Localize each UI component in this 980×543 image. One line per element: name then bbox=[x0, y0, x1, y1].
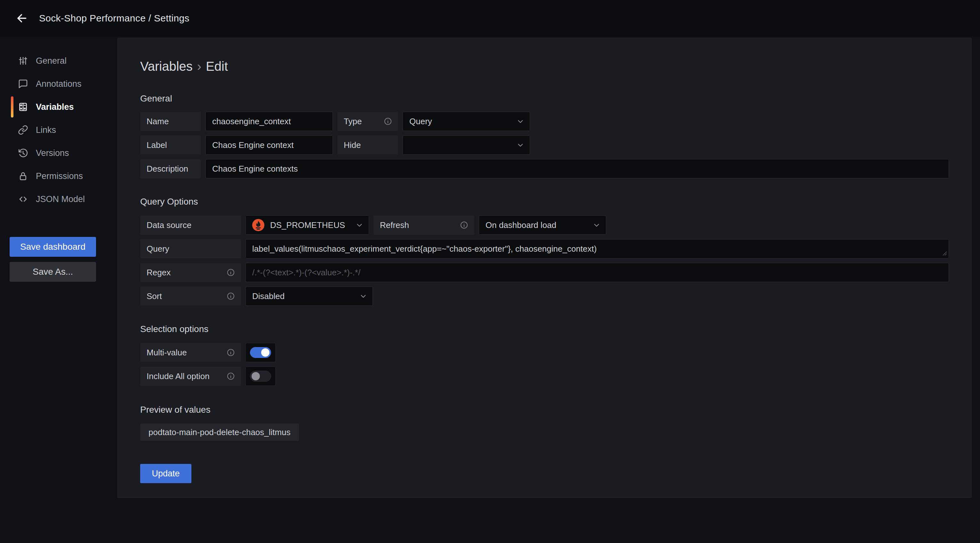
update-button[interactable]: Update bbox=[140, 464, 191, 483]
query-label: Query bbox=[140, 239, 241, 258]
settings-nav: General Annotations Variables Links bbox=[0, 49, 118, 211]
back-button[interactable] bbox=[12, 9, 31, 28]
datasource-label: Data source bbox=[140, 215, 241, 235]
active-indicator bbox=[11, 96, 13, 118]
sidebar-item-label: General bbox=[36, 56, 67, 66]
query-options-heading: Query Options bbox=[140, 196, 949, 207]
description-row: Description bbox=[140, 159, 949, 178]
breadcrumb-section: Variables bbox=[140, 59, 192, 73]
name-type-row: Name Type Query bbox=[140, 112, 949, 131]
toggle-knob bbox=[251, 372, 260, 381]
multi-value-label: Multi-value bbox=[140, 343, 241, 362]
comment-icon bbox=[18, 78, 29, 89]
sort-select[interactable]: Disabled bbox=[245, 287, 373, 306]
link-icon bbox=[18, 124, 29, 135]
sidebar-item-json-model[interactable]: JSON Model bbox=[0, 188, 118, 211]
label-label: Label bbox=[140, 135, 201, 154]
sidebar-actions: Save dashboard Save As... bbox=[10, 237, 118, 282]
chevron-down-icon bbox=[516, 117, 525, 126]
save-dashboard-button[interactable]: Save dashboard bbox=[10, 237, 96, 257]
refresh-label: Refresh bbox=[374, 215, 474, 235]
breadcrumb-separator-icon: › bbox=[197, 59, 201, 73]
sliders-icon bbox=[18, 56, 29, 66]
selection-options-heading: Selection options bbox=[140, 324, 949, 334]
include-all-label: Include All option bbox=[140, 366, 241, 386]
sidebar-item-links[interactable]: Links bbox=[0, 118, 118, 142]
toggle-knob bbox=[261, 348, 269, 357]
query-input[interactable]: label_values(litmuschaos_experiment_verd… bbox=[245, 239, 949, 258]
sidebar-item-label: Links bbox=[36, 125, 56, 135]
sidebar-item-annotations[interactable]: Annotations bbox=[0, 72, 118, 96]
info-icon[interactable] bbox=[226, 372, 235, 381]
toggle-switch bbox=[250, 347, 271, 358]
sidebar-item-permissions[interactable]: Permissions bbox=[0, 164, 118, 188]
info-icon[interactable] bbox=[383, 117, 392, 126]
sidebar-item-variables[interactable]: Variables bbox=[0, 96, 118, 118]
include-all-row: Include All option bbox=[140, 366, 949, 386]
breadcrumb: Variables›Edit bbox=[140, 59, 949, 74]
sort-row: Sort Disabled bbox=[140, 287, 949, 306]
info-icon[interactable] bbox=[460, 221, 469, 229]
lock-icon bbox=[18, 170, 29, 182]
description-label: Description bbox=[140, 159, 201, 178]
label-input[interactable] bbox=[205, 135, 333, 154]
description-input[interactable] bbox=[205, 159, 949, 178]
chevron-down-icon bbox=[355, 221, 364, 229]
info-icon[interactable] bbox=[226, 292, 235, 301]
regex-row: Regex bbox=[140, 263, 949, 282]
dashboard-settings-title: Sock-Shop Performance / Settings bbox=[39, 13, 189, 24]
sidebar-item-versions[interactable]: Versions bbox=[0, 142, 118, 164]
multi-value-row: Multi-value bbox=[140, 343, 949, 362]
sidebar-item-label: JSON Model bbox=[36, 194, 85, 204]
calculator-icon bbox=[18, 102, 29, 112]
type-select[interactable]: Query bbox=[402, 112, 530, 131]
name-input[interactable] bbox=[205, 112, 333, 131]
info-icon[interactable] bbox=[226, 348, 235, 357]
name-label: Name bbox=[140, 112, 201, 131]
hide-select[interactable] bbox=[402, 135, 530, 154]
settings-sidebar: General Annotations Variables Links bbox=[0, 37, 118, 543]
general-section-heading: General bbox=[140, 93, 949, 104]
include-all-toggle[interactable] bbox=[245, 366, 275, 386]
chevron-down-icon bbox=[516, 141, 525, 149]
breadcrumb-page: Edit bbox=[206, 59, 228, 73]
save-as-button[interactable]: Save As... bbox=[10, 262, 96, 282]
info-icon[interactable] bbox=[226, 268, 235, 277]
top-navigation-bar: Sock-Shop Performance / Settings bbox=[0, 0, 980, 37]
variable-editor-panel: Variables›Edit General Name Type Query L… bbox=[118, 38, 972, 498]
arrow-left-icon bbox=[16, 12, 28, 24]
code-icon bbox=[18, 194, 29, 205]
query-row: Query label_values(litmuschaos_experimen… bbox=[140, 239, 949, 258]
sidebar-item-label: Permissions bbox=[36, 171, 83, 181]
preview-heading: Preview of values bbox=[140, 404, 949, 415]
datasource-select[interactable]: DS_PROMETHEUS bbox=[245, 215, 369, 235]
sidebar-item-label: Annotations bbox=[36, 79, 82, 89]
preview-value-chip: podtato-main-pod-delete-chaos_litmus bbox=[140, 424, 299, 441]
regex-input[interactable] bbox=[245, 263, 949, 282]
hide-label: Hide bbox=[337, 135, 398, 154]
sidebar-item-general[interactable]: General bbox=[0, 49, 118, 72]
chevron-down-icon bbox=[359, 292, 368, 300]
label-hide-row: Label Hide bbox=[140, 135, 949, 154]
sidebar-item-label: Variables bbox=[36, 102, 74, 112]
chevron-down-icon bbox=[592, 221, 601, 229]
sidebar-item-label: Versions bbox=[36, 148, 69, 158]
toggle-switch bbox=[250, 371, 271, 382]
regex-label: Regex bbox=[140, 263, 241, 282]
datasource-refresh-row: Data source DS_PROMETHEUS Refresh On das… bbox=[140, 215, 949, 235]
type-label: Type bbox=[337, 112, 398, 131]
multi-value-toggle[interactable] bbox=[245, 343, 275, 362]
refresh-select[interactable]: On dashboard load bbox=[479, 215, 606, 235]
prometheus-icon bbox=[252, 219, 264, 231]
history-icon bbox=[18, 148, 29, 158]
sort-label: Sort bbox=[140, 287, 241, 306]
